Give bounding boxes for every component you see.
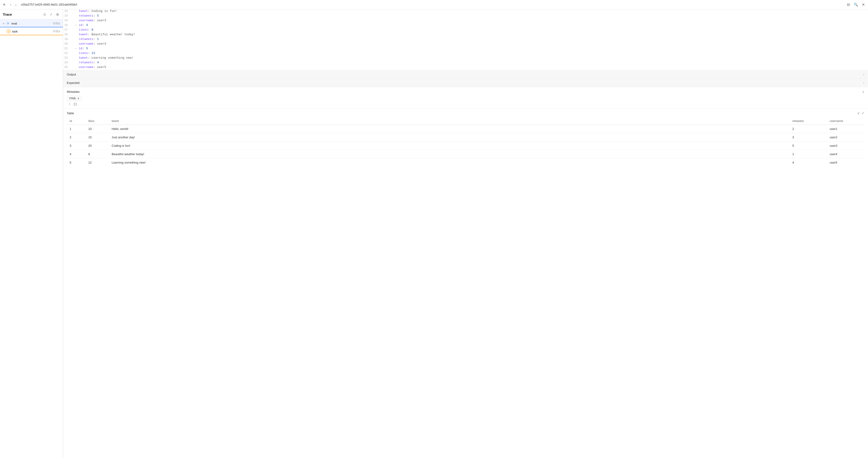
top-bar-actions: ⊟ 🔍 ✕ (845, 2, 866, 7)
line-content: - id: 4 (71, 23, 868, 27)
close-icon[interactable]: ✕ (861, 2, 866, 7)
metadata-code-block: 1 {} (67, 102, 864, 106)
code-line: 19 retweets: 1 (63, 37, 868, 42)
timer-icon[interactable]: ◷ (42, 12, 47, 17)
yaml-chevron-icon: ∨ (77, 97, 80, 100)
output-label: Output (67, 73, 76, 76)
cell-tweet: Beautiful weather today! (109, 150, 789, 158)
col-header-likes: likes (86, 117, 109, 125)
sidebar-item-eval[interactable]: ∨ ⟳ eval 0.01s (0, 20, 63, 27)
table-row: 110Hello, world!2user1 (67, 125, 864, 133)
line-content: username: user3 (71, 19, 868, 22)
sidebar-title: Trace (3, 12, 12, 17)
content-area: 13 tweet: Coding is fun!14 retweets: 515… (63, 9, 868, 458)
line-content: likes: 8 (71, 28, 868, 32)
code-line: 22 likes: 12 (63, 52, 868, 56)
cell-retweets: 4 (789, 158, 827, 167)
cell-tweet: Coding is fun! (109, 142, 789, 150)
table-title: Table (67, 112, 74, 115)
line-number: 16 (63, 24, 71, 27)
expected-label: Expected (67, 81, 80, 85)
line-content: - id: 5 (71, 47, 868, 50)
line-number: 22 (63, 52, 71, 55)
line-number: 19 (63, 38, 71, 41)
layout-icon[interactable]: ⤢ (48, 12, 54, 17)
code-line: 25 username: user5 (63, 65, 868, 70)
line-content: tweet: Beautiful weather today! (71, 33, 868, 36)
breadcrumb: c00a3757-b425-4945-9e01-1f01de0458cf (21, 3, 844, 6)
table-row: 320Coding is fun!5user3 (67, 142, 864, 150)
main-layout: Trace ◷ ⤢ ⊞ ∨ ⟳ eval 0.01s ⊙ task 0.01s (0, 9, 868, 458)
table-collapse-icon[interactable]: ∨ (857, 111, 860, 115)
output-section-header[interactable]: Output › (63, 70, 868, 79)
line-number: 14 (63, 14, 71, 18)
line-content: username: user4 (71, 42, 868, 45)
task-label: task (12, 30, 52, 33)
col-header-username: username (827, 117, 864, 125)
cell-id: 3 (67, 142, 86, 150)
line-number: 24 (63, 61, 71, 64)
line-content: username: user5 (71, 65, 868, 69)
table-view-icon[interactable]: ⊞ (55, 12, 60, 17)
cell-username: user5 (827, 158, 864, 167)
sidebar: Trace ◷ ⤢ ⊞ ∨ ⟳ eval 0.01s ⊙ task 0.01s (0, 9, 63, 458)
code-line: 13 tweet: Coding is fun! (63, 9, 868, 14)
code-line: 18 tweet: Beautiful weather today! (63, 33, 868, 37)
metadata-code-content: {} (73, 102, 77, 106)
cell-id: 4 (67, 150, 86, 158)
table-header-icons: ∨ ⤢ (857, 111, 864, 115)
table-header: id likes tweet retweets username (67, 117, 864, 125)
cell-tweet: Hello, world! (109, 125, 789, 133)
line-number: 17 (63, 28, 71, 32)
yaml-dropdown[interactable]: YAML ∨ (67, 96, 82, 101)
metadata-label: Metadata (67, 90, 80, 93)
nav-down-icon[interactable]: ↓ (13, 2, 18, 7)
cell-username: user4 (827, 150, 864, 158)
bookmark-icon[interactable]: ⊟ (845, 2, 851, 7)
line-content: retweets: 4 (71, 61, 868, 64)
line-number: 15 (63, 19, 71, 22)
nav-up-icon[interactable]: ↑ (8, 2, 13, 7)
line-content: likes: 12 (71, 52, 868, 55)
line-number: 20 (63, 42, 71, 45)
code-line: 14 retweets: 5 (63, 14, 868, 19)
cell-likes: 10 (86, 125, 109, 133)
sidebar-header: Trace ◷ ⤢ ⊞ (0, 9, 63, 20)
sidebar-item-task[interactable]: ⊙ task 0.01s (0, 27, 63, 35)
line-number: 25 (63, 66, 71, 69)
cell-id: 5 (67, 158, 86, 167)
eval-time: 0.01s (53, 22, 60, 25)
expected-section-header[interactable]: Expected › (63, 79, 868, 87)
table-row: 48Beautiful weather today!1user4 (67, 150, 864, 158)
code-line: 17 likes: 8 (63, 28, 868, 33)
metadata-header[interactable]: Metadata ∨ (67, 90, 864, 93)
eval-label: eval (11, 22, 52, 25)
code-line: 21 - id: 5 (63, 47, 868, 52)
line-content: retweets: 1 (71, 37, 868, 41)
cell-likes: 20 (86, 142, 109, 150)
code-line: 15 username: user3 (63, 19, 868, 23)
task-time: 0.01s (53, 30, 60, 33)
line-content: tweet: Coding is fun! (71, 9, 868, 13)
cell-likes: 8 (86, 150, 109, 158)
cell-retweets: 5 (789, 142, 827, 150)
col-header-retweets: retweets (789, 117, 827, 125)
task-progress-bar (0, 35, 63, 35)
line-number: 13 (63, 9, 71, 13)
code-block: 13 tweet: Coding is fun!14 retweets: 515… (63, 9, 868, 70)
table-row: 512Learning something new!4user5 (67, 158, 864, 167)
line-number: 21 (63, 47, 71, 50)
cell-tweet: Just another day! (109, 133, 789, 142)
col-header-tweet: tweet (109, 117, 789, 125)
metadata-section: Metadata ∨ YAML ∨ 1 {} (63, 87, 868, 109)
code-line: 20 username: user4 (63, 42, 868, 47)
search-icon[interactable]: 🔍 (853, 2, 859, 7)
table-header-row: Table ∨ ⤢ (67, 109, 864, 117)
code-line: 23 tweet: Learning something new! (63, 56, 868, 61)
cell-username: user1 (827, 125, 864, 133)
cell-retweets: 3 (789, 133, 827, 142)
task-icon: ⊙ (6, 29, 11, 33)
table-expand-icon[interactable]: ⤢ (862, 111, 864, 115)
crosshair-icon[interactable]: ✛ (2, 2, 6, 7)
eval-icon: ⟳ (6, 21, 10, 26)
